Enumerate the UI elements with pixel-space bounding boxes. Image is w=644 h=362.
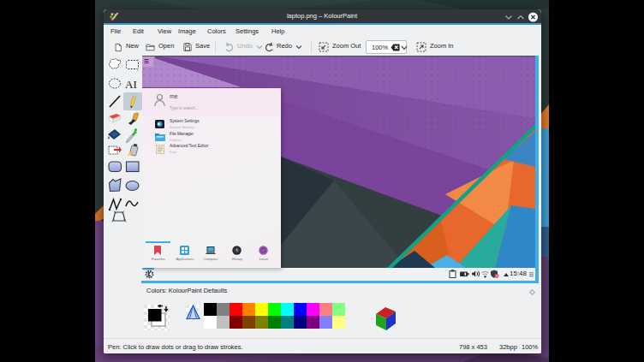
svg-text:AI: AI xyxy=(125,78,137,91)
